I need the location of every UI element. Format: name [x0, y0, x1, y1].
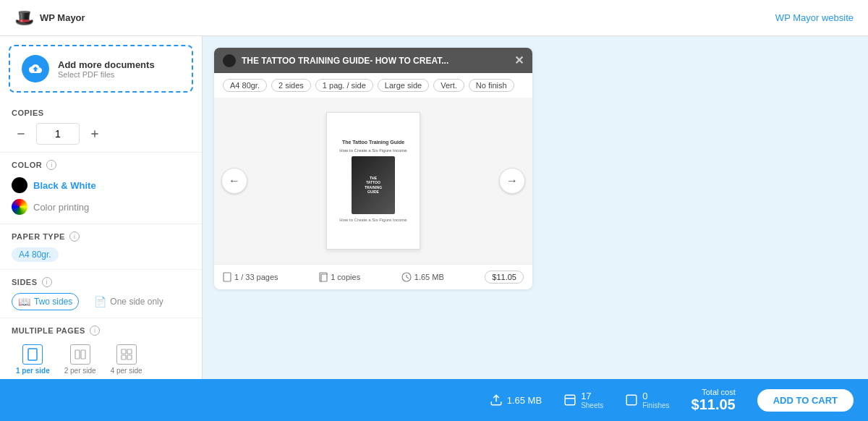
two-sides-label: Two sides — [34, 297, 72, 307]
bottom-finishes-area: 0 Finishes — [642, 391, 669, 409]
paper-type-section: PAPER TYPE i A4 80gr. — [0, 224, 202, 270]
svg-rect-1 — [75, 350, 80, 359]
bottom-sheets-label: Sheets — [581, 401, 603, 409]
next-page-button[interactable]: → — [499, 168, 525, 194]
document-close-button[interactable]: ✕ — [514, 54, 524, 67]
bottom-finishes: 0 Finishes — [625, 391, 669, 409]
book-cover-text: THETATTOOTRAININGGUIDE — [365, 176, 382, 195]
side-option-one[interactable]: 📄 One side only — [88, 293, 169, 310]
page-option-1pp[interactable]: 1 per side — [12, 341, 54, 378]
svg-rect-4 — [127, 349, 132, 354]
logo-icon: 🎩 — [14, 9, 34, 27]
document-card-footer: 1 / 33 pages 1 copies 1.65 MB $11.05 — [214, 264, 532, 289]
pages-options: 1 per side 2 per side 4 per side — [12, 341, 190, 378]
tag-finish[interactable]: No finish — [469, 79, 514, 92]
size-icon — [401, 272, 412, 282]
logo-text: WP Mayor — [40, 12, 85, 23]
copies-decrease-button[interactable] — [12, 124, 30, 143]
copies-increase-button[interactable] — [85, 124, 104, 143]
bottom-finishes-label: Finishes — [642, 401, 669, 409]
logo-area: 🎩 WP Mayor — [14, 9, 85, 27]
one-side-icon: 📄 — [94, 296, 106, 307]
document-card-header: THE TATTOO TRAINING GUIDE- HOW TO CREAT.… — [214, 48, 532, 73]
paper-type-info-icon[interactable]: i — [69, 231, 80, 242]
sides-options: 📖 Two sides 📄 One side only — [12, 293, 190, 310]
2pp-icon — [70, 344, 90, 365]
tag-orientation[interactable]: Vert. — [433, 79, 464, 92]
bottom-size-value: 1.65 MB — [507, 395, 542, 406]
paper-type-label: PAPER TYPE — [12, 232, 65, 241]
previous-page-button[interactable]: ← — [221, 168, 247, 194]
svg-rect-23 — [224, 273, 231, 281]
svg-rect-5 — [122, 355, 126, 360]
doc-pages-info: 1 / 33 pages — [223, 272, 278, 282]
right-area: THE TATTOO TRAINING GUIDE- HOW TO CREAT.… — [203, 36, 868, 379]
total-cost-value: $11.05 — [692, 396, 736, 413]
side-option-two[interactable]: 📖 Two sides — [12, 293, 79, 310]
bottom-bar: 1.65 MB 17 Sheets 0 Finishes Total cost … — [0, 379, 868, 421]
pages-icon — [223, 272, 231, 282]
color-option-bw[interactable]: Black & White — [12, 176, 190, 195]
bw-label: Black & White — [33, 180, 96, 191]
document-card: THE TATTOO TRAINING GUIDE- HOW TO CREAT.… — [214, 48, 532, 289]
bottom-sheets-area: 17 Sheets — [581, 391, 603, 409]
bottom-sheets-value: 17 — [581, 391, 603, 401]
svg-rect-0 — [28, 349, 37, 360]
svg-rect-3 — [122, 349, 126, 354]
doc-copies-label: 1 copies — [331, 273, 360, 281]
doc-header-left: THE TATTOO TRAINING GUIDE- HOW TO CREAT.… — [223, 54, 448, 67]
copies-label: COPIES — [12, 109, 44, 117]
document-preview-image: The Tattoo Training Guide How to Create … — [326, 112, 420, 250]
copies-section: COPIES 1 — [0, 101, 202, 153]
copies-input[interactable]: 1 — [36, 123, 80, 145]
color-icon — [12, 199, 27, 215]
one-side-label: One side only — [110, 297, 163, 307]
multiple-pages-header: MULTIPLE PAGES i — [12, 326, 190, 336]
upload-main-label: Add more documents — [58, 59, 155, 70]
document-preview-area: ← The Tattoo Training Guide How to Creat… — [214, 98, 532, 264]
color-options: Black & White Color printing — [12, 176, 190, 216]
svg-rect-6 — [127, 355, 132, 360]
wp-mayor-link[interactable]: WP Mayor website — [775, 12, 854, 23]
bottom-filesize: 1.65 MB — [490, 394, 542, 407]
doc-size-label: 1.65 MB — [414, 273, 444, 281]
color-info-icon[interactable]: i — [46, 160, 56, 170]
document-title: THE TATTOO TRAINING GUIDE- HOW TO CREAT.… — [242, 56, 448, 66]
sides-info-icon[interactable]: i — [42, 277, 52, 287]
copies-icon — [319, 272, 328, 282]
top-bar: 🎩 WP Mayor WP Mayor website — [0, 0, 868, 36]
svg-rect-28 — [565, 395, 575, 405]
sides-section: SIDES i 📖 Two sides 📄 One side only — [0, 270, 202, 318]
upload-icon — [29, 62, 42, 75]
multiple-pages-info-icon[interactable]: i — [90, 326, 100, 336]
total-cost-area: Total cost $11.05 — [692, 388, 736, 413]
color-section: COLOR i Black & White Color printing — [0, 153, 202, 224]
preview-title: The Tattoo Training Guide — [333, 139, 414, 146]
sides-header: SIDES i — [12, 277, 190, 287]
doc-price-badge: $11.05 — [485, 271, 524, 284]
main-area: Add more documents Select PDF files COPI… — [0, 36, 868, 379]
paper-type-badge[interactable]: A4 80gr. — [12, 247, 59, 262]
svg-rect-30 — [627, 395, 637, 405]
svg-rect-2 — [81, 350, 85, 359]
add-to-cart-button[interactable]: ADD TO CART — [757, 389, 854, 412]
tag-pages-per-side[interactable]: 1 pag. / side — [315, 79, 373, 92]
1pp-label: 1 per side — [16, 367, 50, 375]
document-tags-row: A4 80gr. 2 sides 1 pag. / side Large sid… — [214, 73, 532, 98]
paper-type-header: PAPER TYPE i — [12, 231, 190, 242]
doc-preview-text: The Tattoo Training Guide How to Create … — [333, 139, 414, 224]
total-cost-label: Total cost — [692, 388, 736, 396]
1pp-icon — [22, 344, 43, 365]
page-option-4pp[interactable]: 4 per side — [106, 341, 147, 378]
tag-size[interactable]: Large side — [378, 79, 429, 92]
tag-sides[interactable]: 2 sides — [271, 79, 311, 92]
color-printing-label: Color printing — [33, 202, 89, 213]
page-option-2pp[interactable]: 2 per side — [60, 341, 101, 378]
preview-book-cover: THETATTOOTRAININGGUIDE — [352, 156, 395, 214]
upload-area[interactable]: Add more documents Select PDF files — [9, 45, 193, 93]
color-option-color[interactable]: Color printing — [12, 197, 190, 216]
doc-circle-icon — [223, 54, 236, 67]
tag-paper[interactable]: A4 80gr. — [223, 79, 267, 92]
multiple-pages-label: MULTIPLE PAGES — [12, 326, 85, 335]
bottom-sheets: 17 Sheets — [563, 391, 603, 409]
